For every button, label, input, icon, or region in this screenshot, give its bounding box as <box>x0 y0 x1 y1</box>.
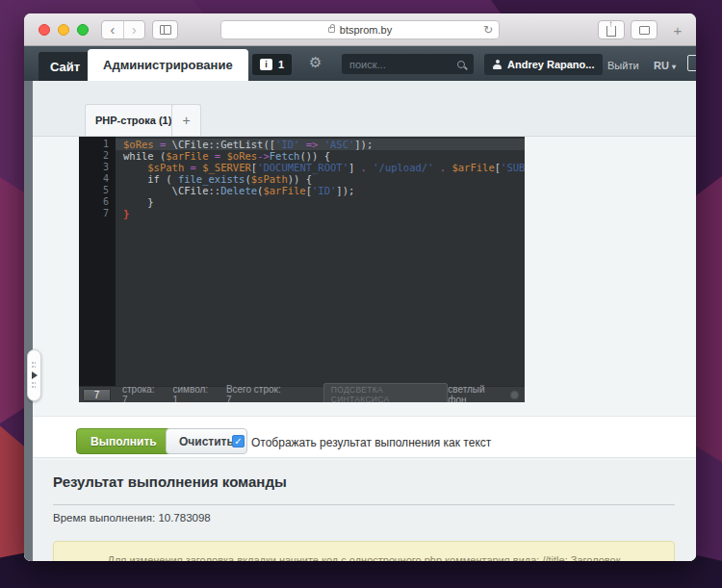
tab-label: PHP-строка (1) <box>95 115 171 126</box>
share-button[interactable] <box>598 20 625 39</box>
search-icon <box>457 61 465 68</box>
menu-expand-handle[interactable] <box>27 349 41 401</box>
status-char: символ: 1 <box>173 384 215 402</box>
status-total-lines: Всего строк: 7 <box>226 384 287 402</box>
browser-toolbar: ‹ › btsprom.by ↻ + <box>24 13 696 46</box>
reload-button[interactable]: ↻ <box>483 23 493 37</box>
grip-dots-icon <box>32 382 37 389</box>
divider <box>53 504 675 505</box>
settings-gear-icon[interactable]: ⚙ <box>309 54 322 71</box>
light-bg-label: светлый фон <box>448 384 503 402</box>
new-tab-button[interactable]: + <box>667 20 688 39</box>
toggle-icon <box>510 391 519 399</box>
language-code: RU <box>654 60 669 71</box>
notification-count: 1 <box>278 59 284 70</box>
code-lines[interactable]: $oRes = \CFile::GetList(['ID' => 'ASC'])… <box>116 137 525 386</box>
notification-icon: i <box>260 59 272 70</box>
user-name: Andrey Rapano... <box>507 59 594 70</box>
admin-top-bar: Сайт Администрирование i 1 ⚙ поиск... An… <box>24 46 696 81</box>
chevron-down-icon: ▾ <box>672 63 676 71</box>
result-heading: Результат выполнения команды <box>53 473 287 490</box>
workspace-tab-strip: PHP-строка (1) × + <box>33 81 696 137</box>
tabs-icon <box>639 26 650 35</box>
lock-icon <box>328 27 335 33</box>
back-button[interactable]: ‹ <box>102 21 123 38</box>
browser-window: ‹ › btsprom.by ↻ + Сайт Администрировани… <box>24 13 696 561</box>
add-tab-button[interactable]: + <box>171 104 201 136</box>
site-tab[interactable]: Сайт <box>39 52 91 81</box>
logout-link[interactable]: Выйти <box>607 60 639 71</box>
editor-main: 1234567 $oRes = \CFile::GetList(['ID' =>… <box>79 137 525 386</box>
title-hint-notice: Для изменения заголовка вкладки начните … <box>53 541 675 561</box>
grip-dots-icon <box>32 362 37 369</box>
current-line-box: 7 <box>83 389 111 401</box>
actions-row: Выполнить Очистить ✓ Отображать результа… <box>33 416 696 458</box>
tab-overview-button[interactable] <box>631 20 658 39</box>
nav-buttons: ‹ › <box>101 20 145 39</box>
admin-page: PHP-строка (1) × + 1234567 $oRes = \CFil… <box>24 81 696 561</box>
forward-button[interactable]: › <box>123 21 145 38</box>
zoom-window-button[interactable] <box>77 24 89 36</box>
search-placeholder: поиск... <box>342 59 457 70</box>
sidebar-toggle-button[interactable] <box>152 20 178 39</box>
execution-time: Время выполнения: 10.783098 <box>53 512 211 524</box>
user-menu-button[interactable]: Andrey Rapano... <box>484 54 603 75</box>
syntax-highlight-button[interactable]: подсветка синтаксиса <box>323 383 448 402</box>
url-text: btsprom.by <box>340 24 392 36</box>
light-background-toggle[interactable]: светлый фон <box>448 384 519 402</box>
editor-status-bar: 7 строка: 7 символ: 1 Всего строк: 7 под… <box>79 386 525 402</box>
minimize-window-button[interactable] <box>58 24 69 36</box>
run-button[interactable]: Выполнить <box>76 428 171 454</box>
close-window-button[interactable] <box>39 24 50 36</box>
collapsed-menu-strip <box>24 81 33 561</box>
expand-arrow-icon <box>32 371 38 379</box>
editor-gutter: 1234567 <box>79 137 116 386</box>
php-code-editor[interactable]: 1234567 $oRes = \CFile::GetList(['ID' =>… <box>79 137 525 402</box>
sidebar-icon <box>160 25 171 35</box>
result-section: Результат выполнения команды Время выпол… <box>33 460 696 561</box>
show-as-text-checkbox[interactable]: ✓ <box>232 435 245 447</box>
notifications-button[interactable]: i 1 <box>252 54 292 75</box>
admin-search[interactable]: поиск... <box>342 54 474 74</box>
administration-tab[interactable]: Администрирование <box>88 49 248 81</box>
status-line: строка: 7 <box>122 384 162 402</box>
help-icon[interactable] <box>687 55 696 71</box>
user-icon <box>493 60 502 69</box>
checkbox-label: Отображать результат выполнения как текс… <box>251 436 491 449</box>
share-icon <box>606 26 616 37</box>
language-dropdown[interactable]: RU ▾ <box>654 60 676 71</box>
address-bar[interactable]: btsprom.by ↻ <box>220 20 500 39</box>
